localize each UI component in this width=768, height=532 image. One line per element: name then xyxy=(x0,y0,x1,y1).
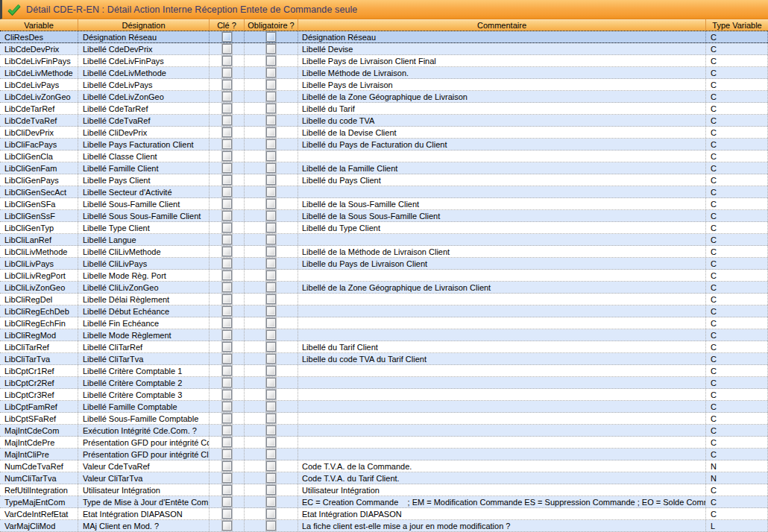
cle-checkbox[interactable] xyxy=(222,211,232,221)
table-row[interactable]: VarMajCliModMAj Client en Mod. ?La fiche… xyxy=(0,520,768,532)
obligatoire-checkbox[interactable] xyxy=(266,521,276,531)
column-header-type-variable[interactable]: Type Variable xyxy=(706,19,768,31)
cle-checkbox[interactable] xyxy=(222,354,232,364)
table-row[interactable]: LibCliRegEchDebLibellé Début EchéanceC xyxy=(0,305,768,317)
obligatoire-checkbox[interactable] xyxy=(266,461,276,471)
cle-checkbox[interactable] xyxy=(222,330,232,340)
obligatoire-checkbox[interactable] xyxy=(266,211,276,221)
cle-checkbox[interactable] xyxy=(222,318,232,328)
table-row[interactable]: LibCdeTarRefLibellé CdeTarRefLibellé du … xyxy=(0,103,768,115)
cle-checkbox[interactable] xyxy=(222,44,232,54)
table-row[interactable]: LibCptSFaRefLibellé Sous-Famille Comptab… xyxy=(0,413,768,425)
cle-checkbox[interactable] xyxy=(222,449,232,459)
table-row[interactable]: LibCliRegModLibelle Mode RèglementC xyxy=(0,329,768,341)
table-row[interactable]: NumCdeTvaRefValeur CdeTvaRefCode T.V.A. … xyxy=(0,460,768,472)
table-row[interactable]: LibCliLivZonGeoLibellé CliLivZonGeoLibel… xyxy=(0,282,768,294)
cle-checkbox[interactable] xyxy=(222,139,232,149)
table-row[interactable]: LibCliGenClaLibellé Classe ClientC xyxy=(0,151,768,162)
cle-checkbox[interactable] xyxy=(222,366,232,376)
cle-checkbox[interactable] xyxy=(222,80,232,89)
obligatoire-checkbox[interactable] xyxy=(266,175,276,185)
obligatoire-checkbox[interactable] xyxy=(266,92,276,101)
table-row[interactable]: LibCdeLivZonGeoLibellé CdeLivZonGeoLibel… xyxy=(0,91,768,103)
cle-checkbox[interactable] xyxy=(222,163,232,173)
cle-checkbox[interactable] xyxy=(222,92,232,101)
cle-checkbox[interactable] xyxy=(222,437,232,447)
table-row[interactable]: RefUtilIntegrationUtilisateur Intégratio… xyxy=(0,484,768,496)
obligatoire-checkbox[interactable] xyxy=(266,163,276,173)
cle-checkbox[interactable] xyxy=(222,199,232,209)
cle-checkbox[interactable] xyxy=(222,247,232,256)
obligatoire-checkbox[interactable] xyxy=(266,390,276,399)
table-row[interactable]: LibCliDevPrixLibellé CliDevPrixLibellé d… xyxy=(0,127,768,139)
obligatoire-checkbox[interactable] xyxy=(266,509,276,519)
table-row[interactable]: LibCptCr1RefLibellé Critère Comptable 1C xyxy=(0,365,768,377)
cle-checkbox[interactable] xyxy=(222,402,232,411)
table-row[interactable]: LibCdeLivPaysLibellé CdeLivPaysLibelle P… xyxy=(0,79,768,91)
cle-checkbox[interactable] xyxy=(222,223,232,232)
obligatoire-checkbox[interactable] xyxy=(266,473,276,483)
cle-checkbox[interactable] xyxy=(222,425,232,435)
obligatoire-checkbox[interactable] xyxy=(266,282,276,292)
cle-checkbox[interactable] xyxy=(222,378,232,387)
cle-checkbox[interactable] xyxy=(222,306,232,316)
cle-checkbox[interactable] xyxy=(222,104,232,113)
obligatoire-checkbox[interactable] xyxy=(266,187,276,197)
obligatoire-checkbox[interactable] xyxy=(266,354,276,364)
obligatoire-checkbox[interactable] xyxy=(266,402,276,411)
table-row[interactable]: LibCliLivMethodeLibellé CliLivMethodeLib… xyxy=(0,246,768,258)
obligatoire-checkbox[interactable] xyxy=(266,151,276,161)
cle-checkbox[interactable] xyxy=(222,414,232,423)
cle-checkbox[interactable] xyxy=(222,235,232,244)
obligatoire-checkbox[interactable] xyxy=(266,115,276,125)
table-row[interactable]: LibCptCr2RefLibellé Critère Comptable 2C xyxy=(0,377,768,389)
table-row[interactable]: LibCliGenSsFLibellé Sous Sous-Famille Cl… xyxy=(0,210,768,222)
obligatoire-checkbox[interactable] xyxy=(266,497,276,507)
obligatoire-checkbox[interactable] xyxy=(266,449,276,459)
obligatoire-checkbox[interactable] xyxy=(266,342,276,352)
column-header-commentaire[interactable]: Commentaire xyxy=(298,19,706,31)
column-header-cle[interactable]: Clé ? xyxy=(210,19,245,31)
obligatoire-checkbox[interactable] xyxy=(266,247,276,256)
cle-checkbox[interactable] xyxy=(222,282,232,292)
obligatoire-checkbox[interactable] xyxy=(266,425,276,435)
obligatoire-checkbox[interactable] xyxy=(266,306,276,316)
table-row[interactable]: LibCliLanRefLibellé LangueC xyxy=(0,234,768,246)
obligatoire-checkbox[interactable] xyxy=(266,235,276,244)
cle-checkbox[interactable] xyxy=(222,390,232,399)
obligatoire-checkbox[interactable] xyxy=(266,270,276,280)
table-row[interactable]: MajIntCdeComExécution Intégrité Cde.Com.… xyxy=(0,425,768,437)
table-row[interactable]: NumCliTarTvaValeur CliTarTvaCode T.V.A. … xyxy=(0,472,768,484)
cle-checkbox[interactable] xyxy=(222,56,232,66)
cle-checkbox[interactable] xyxy=(222,485,232,495)
table-row[interactable]: LibCdeLivFinPaysLibellé CdeLivFinPaysLib… xyxy=(0,55,768,67)
table-row[interactable]: LibCliLivRegPortLibelle Mode Règ. PortC xyxy=(0,270,768,282)
column-header-designation[interactable]: Désignation xyxy=(78,19,210,31)
table-row[interactable]: LibCliTarTvaLibellé CliTarTvaLibelle du … xyxy=(0,353,768,365)
table-row[interactable]: LibCliTarRefLibellé CliTarRefLibellé du … xyxy=(0,341,768,353)
table-row[interactable]: LibCptFamRefLibellé Famille ComptableC xyxy=(0,401,768,413)
table-row[interactable]: LibCptCr3RefLibellé Critère Comptable 3C xyxy=(0,389,768,401)
table-row[interactable]: LibCliGenPaysLibelle Pays ClientLibellé … xyxy=(0,174,768,186)
obligatoire-checkbox[interactable] xyxy=(266,259,276,268)
cle-checkbox[interactable] xyxy=(222,461,232,471)
obligatoire-checkbox[interactable] xyxy=(266,199,276,209)
obligatoire-checkbox[interactable] xyxy=(266,104,276,113)
obligatoire-checkbox[interactable] xyxy=(266,68,276,77)
table-row[interactable]: TypeMajEntComType de Mise à Jour d'Entêt… xyxy=(0,496,768,508)
table-row[interactable]: LibCliFacPaysLibelle Pays Facturation Cl… xyxy=(0,139,768,151)
obligatoire-checkbox[interactable] xyxy=(266,366,276,376)
obligatoire-checkbox[interactable] xyxy=(266,294,276,304)
table-row[interactable]: LibCliGenFamLibellé Famille ClientLibell… xyxy=(0,162,768,174)
obligatoire-checkbox[interactable] xyxy=(266,80,276,89)
obligatoire-checkbox[interactable] xyxy=(266,223,276,232)
cle-checkbox[interactable] xyxy=(222,175,232,185)
cle-checkbox[interactable] xyxy=(222,32,232,42)
cle-checkbox[interactable] xyxy=(222,294,232,304)
table-row[interactable]: MajIntCliPrePrésentation GFD pour intégr… xyxy=(0,449,768,460)
obligatoire-checkbox[interactable] xyxy=(266,414,276,423)
obligatoire-checkbox[interactable] xyxy=(266,139,276,149)
table-row[interactable]: LibCliGenSecActLibelle Secteur d'Activit… xyxy=(0,186,768,198)
cle-checkbox[interactable] xyxy=(222,509,232,519)
table-row[interactable]: CliResDesDésignation RéseauDésignation R… xyxy=(0,31,768,43)
